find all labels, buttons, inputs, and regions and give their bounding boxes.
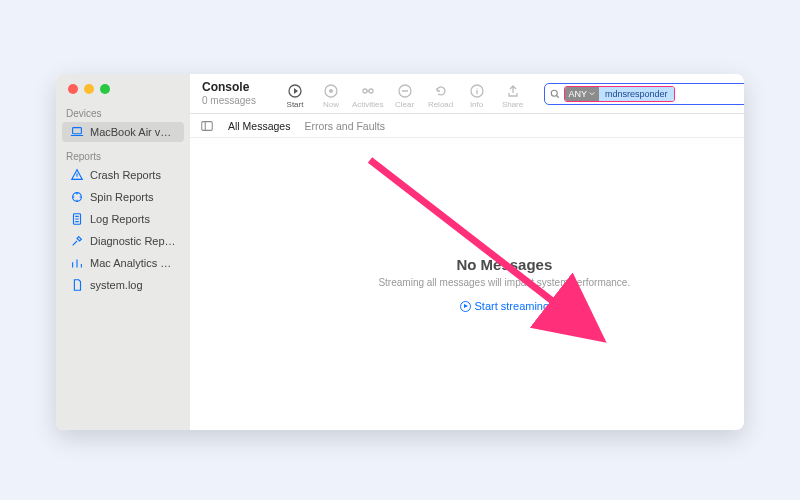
sidebar-item-log-reports[interactable]: Log Reports: [62, 209, 184, 229]
activities-icon: [360, 83, 376, 99]
title-block: Console 0 messages: [202, 81, 272, 105]
sidebar-item-device-0[interactable]: MacBook Air von…: [62, 122, 184, 142]
main-area: Console 0 messages Start Now Activities: [190, 74, 744, 430]
play-icon: [287, 83, 303, 99]
reload-button[interactable]: Reload: [426, 83, 456, 109]
now-button[interactable]: Now: [316, 83, 346, 109]
play-icon: [460, 301, 471, 312]
share-button[interactable]: Share: [498, 83, 528, 109]
sidebar-item-spin-reports[interactable]: Spin Reports: [62, 187, 184, 207]
filter-bar: All Messages Errors and Faults Save: [190, 114, 744, 138]
search-token-value: mdnsresponder: [599, 86, 674, 102]
search-field[interactable]: ANY mdnsresponder: [544, 83, 744, 105]
toolbar-button-label: Reload: [428, 100, 453, 109]
reload-icon: [433, 83, 449, 99]
sidebar-item-label: Log Reports: [90, 213, 150, 225]
search-token[interactable]: ANY mdnsresponder: [564, 86, 675, 102]
info-icon: [469, 83, 485, 99]
activities-button[interactable]: Activities: [352, 83, 384, 109]
filter-tab-errors-faults[interactable]: Errors and Faults: [304, 120, 385, 132]
info-button[interactable]: Info: [462, 83, 492, 109]
sidebar-item-label: Mac Analytics Data: [90, 257, 176, 269]
sidebar: Devices MacBook Air von… Reports Crash R…: [56, 74, 190, 430]
chart-icon: [70, 256, 84, 270]
search-icon: [549, 88, 561, 100]
svg-point-7: [369, 89, 373, 93]
sidebar-item-mac-analytics[interactable]: Mac Analytics Data: [62, 253, 184, 273]
sidebar-item-label: system.log: [90, 279, 143, 291]
close-window-button[interactable]: [68, 84, 78, 94]
sidebar-item-systemlog[interactable]: system.log: [62, 275, 184, 295]
doc-icon: [70, 212, 84, 226]
tools-icon: [70, 234, 84, 248]
start-streaming-label: Start streaming: [475, 300, 550, 312]
message-count: 0 messages: [202, 95, 272, 106]
sidebar-item-diagnostic-reports[interactable]: Diagnostic Reports: [62, 231, 184, 251]
window-controls: [56, 74, 190, 100]
sidebar-item-label: Diagnostic Reports: [90, 235, 176, 247]
chevron-down-icon: [589, 91, 595, 97]
toolbar-button-label: Info: [470, 100, 483, 109]
window-title: Console: [202, 81, 272, 94]
console-window: Devices MacBook Air von… Reports Crash R…: [56, 74, 744, 430]
sidebar-section-devices: Devices: [56, 100, 190, 121]
svg-point-10: [551, 90, 557, 96]
minimize-window-button[interactable]: [84, 84, 94, 94]
clear-icon: [397, 83, 413, 99]
sidebar-toggle-icon[interactable]: [200, 119, 214, 133]
start-streaming-link[interactable]: Start streaming: [460, 300, 550, 312]
sidebar-item-label: Crash Reports: [90, 169, 161, 181]
svg-rect-0: [73, 128, 82, 134]
toolbar-button-label: Start: [287, 100, 304, 109]
svg-point-6: [363, 89, 367, 93]
toolbar-button-label: Activities: [352, 100, 384, 109]
empty-state-title: No Messages: [456, 256, 552, 273]
toolbar-button-label: Clear: [395, 100, 414, 109]
sidebar-item-label: Spin Reports: [90, 191, 154, 203]
sidebar-section-reports: Reports: [56, 143, 190, 164]
warning-icon: [70, 168, 84, 182]
start-button[interactable]: Start: [280, 83, 310, 109]
toolbar: Console 0 messages Start Now Activities: [190, 74, 744, 114]
laptop-icon: [70, 125, 84, 139]
search-token-key[interactable]: ANY: [565, 86, 600, 102]
sidebar-item-label: MacBook Air von…: [90, 126, 176, 138]
empty-state-subtitle: Streaming all messages will impact syste…: [378, 277, 630, 288]
svg-point-5: [329, 89, 333, 93]
toolbar-button-label: Share: [502, 100, 523, 109]
file-icon: [70, 278, 84, 292]
toolbar-button-label: Now: [323, 100, 339, 109]
spinner-icon: [70, 190, 84, 204]
filter-tab-all-messages[interactable]: All Messages: [228, 120, 290, 132]
svg-rect-11: [202, 121, 213, 130]
clear-button[interactable]: Clear: [390, 83, 420, 109]
toolbar-buttons: Start Now Activities Clear Reload: [280, 79, 528, 109]
annotation-arrow: [360, 150, 620, 350]
now-icon: [323, 83, 339, 99]
sidebar-item-crash-reports[interactable]: Crash Reports: [62, 165, 184, 185]
zoom-window-button[interactable]: [100, 84, 110, 94]
share-icon: [505, 83, 521, 99]
search-input[interactable]: [675, 88, 744, 99]
log-content: No Messages Streaming all messages will …: [190, 138, 744, 430]
